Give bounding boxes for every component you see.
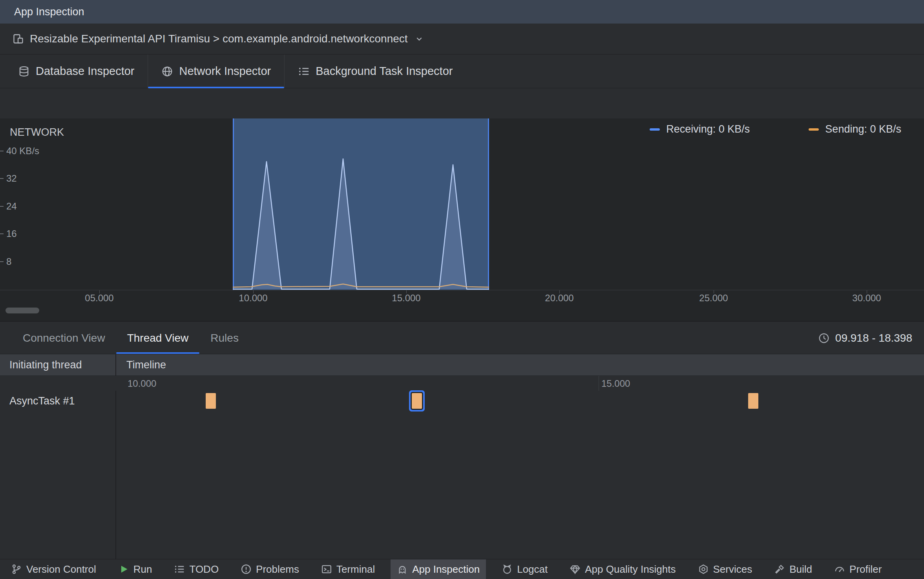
tab-label: Thread View	[127, 332, 189, 344]
x-tick-label: 10.000	[239, 293, 267, 304]
tab-label: Background Task Inspector	[316, 65, 453, 78]
tool-window-button-todo[interactable]: TODO	[168, 559, 225, 579]
ruler-tick-label: 15.000	[601, 378, 630, 389]
clock-icon	[818, 332, 830, 344]
tool-window-button-app-quality-insights[interactable]: App Quality Insights	[563, 559, 682, 579]
tool-window-label: Logcat	[517, 563, 548, 575]
build-icon	[774, 564, 785, 575]
detail-tab-bar: Connection View Thread View Rules 09.918…	[0, 322, 924, 354]
problems-icon	[241, 564, 252, 575]
checklist-icon	[298, 66, 310, 77]
tool-window-button-problems[interactable]: Problems	[234, 559, 305, 579]
chevron-down-icon[interactable]	[414, 34, 424, 44]
tab-network-inspector[interactable]: Network Inspector	[148, 55, 284, 88]
app-inspection-window: App Inspection Resizable Experimental AP…	[0, 0, 924, 579]
tool-window-button-profiler[interactable]: Profiler	[828, 559, 888, 579]
y-tick	[0, 151, 4, 151]
panel-title-label: App Inspection	[14, 6, 84, 18]
x-tick-label: 25.000	[699, 293, 728, 304]
legend-receiving: Receiving: 0 KB/s	[650, 123, 750, 135]
legend-receiving-label: Receiving: 0 KB/s	[666, 123, 750, 135]
y-tick-label: 24	[6, 201, 17, 212]
network-traffic-series	[0, 118, 924, 290]
timeline-ruler: 10.000 15.000	[0, 376, 924, 391]
process-selector[interactable]: Resizable Experimental API Tiramisu > co…	[0, 24, 924, 55]
chart-horizontal-scrollbar[interactable]	[5, 308, 39, 313]
tab-label: Connection View	[23, 332, 105, 344]
tab-rules[interactable]: Rules	[199, 322, 250, 354]
gem-icon	[570, 564, 581, 575]
tool-window-button-logcat[interactable]: Logcat	[495, 559, 554, 579]
receiving-swatch-icon	[650, 128, 660, 131]
tab-label: Database Inspector	[36, 65, 134, 78]
y-tick	[0, 261, 4, 262]
tool-window-label: App Inspection	[412, 563, 480, 575]
network-request-event[interactable]	[206, 393, 216, 409]
database-icon	[18, 66, 30, 77]
chart-legend: Receiving: 0 KB/s Sending: 0 KB/s	[650, 123, 901, 135]
tool-window-button-build[interactable]: Build	[768, 559, 818, 579]
tab-label: Rules	[210, 332, 239, 344]
thread-row-asynctask-1: AsyncTask #1	[0, 391, 924, 411]
logcat-icon	[502, 564, 513, 575]
tool-window-label: Version Control	[26, 563, 96, 575]
y-tick	[0, 233, 4, 234]
network-request-event[interactable]	[748, 393, 758, 409]
ruler-tick-label: 10.000	[128, 378, 156, 389]
tool-window-label: Services	[713, 563, 752, 575]
toolbar-strip	[0, 89, 924, 118]
tool-window-button-app-inspection[interactable]: App Inspection	[391, 559, 486, 579]
todo-icon	[174, 564, 185, 575]
column-initiating-thread: Initiating thread	[0, 359, 116, 371]
y-tick-label: 40 KB/s	[6, 146, 39, 157]
globe-icon	[161, 66, 173, 77]
y-tick-label: 32	[6, 173, 17, 184]
legend-sending-label: Sending: 0 KB/s	[825, 123, 901, 135]
inspector-tab-bar: Database Inspector Network Inspector	[0, 55, 924, 88]
profiler-icon	[834, 564, 845, 575]
tab-label: Network Inspector	[179, 65, 271, 78]
tool-window-label: Profiler	[849, 563, 882, 575]
tool-window-label: Build	[789, 563, 812, 575]
y-tick	[0, 206, 4, 207]
tool-window-label: Run	[133, 563, 152, 575]
x-tick-label: 05.000	[85, 293, 113, 304]
tool-window-label: Problems	[256, 563, 299, 575]
ruler-gridline	[599, 376, 599, 391]
tool-window-button-terminal[interactable]: Terminal	[315, 559, 381, 579]
selected-time-range: 09.918 - 18.398	[818, 322, 912, 354]
x-axis-line	[0, 290, 924, 290]
tool-window-button-run[interactable]: Run	[112, 559, 159, 579]
tool-window-button-version-control[interactable]: Version Control	[5, 559, 102, 579]
device-icon	[13, 33, 24, 44]
tab-background-task-inspector[interactable]: Background Task Inspector	[284, 55, 466, 88]
tool-window-button-services[interactable]: Services	[692, 559, 759, 579]
tool-window-label: App Quality Insights	[585, 563, 676, 575]
tab-connection-view[interactable]: Connection View	[12, 322, 116, 354]
tool-window-label: Terminal	[336, 563, 375, 575]
y-tick	[0, 178, 4, 179]
tab-thread-view[interactable]: Thread View	[116, 322, 200, 354]
x-tick-label: 30.000	[852, 293, 881, 304]
thread-table-header: Initiating thread Timeline	[0, 354, 924, 376]
column-timeline: Timeline	[116, 359, 166, 371]
process-selector-label: Resizable Experimental API Tiramisu > co…	[30, 33, 408, 45]
x-tick-label: 20.000	[545, 293, 573, 304]
thread-name: AsyncTask #1	[9, 391, 75, 411]
tab-database-inspector[interactable]: Database Inspector	[5, 55, 148, 88]
services-icon	[698, 564, 709, 575]
run-icon	[118, 564, 129, 575]
branch-icon	[11, 564, 22, 575]
tool-window-bar: Version Control Run TODO	[0, 559, 924, 579]
tool-window-label: TODO	[189, 563, 219, 575]
y-tick-label: 16	[6, 228, 17, 239]
panel-title: App Inspection	[0, 0, 924, 24]
terminal-icon	[321, 564, 332, 575]
sending-swatch-icon	[809, 128, 819, 131]
time-range-label: 09.918 - 18.398	[835, 332, 912, 344]
network-request-event-selected[interactable]	[412, 393, 422, 409]
legend-sending: Sending: 0 KB/s	[809, 123, 901, 135]
chart-title: NETWORK	[10, 126, 64, 138]
app-inspection-icon	[397, 564, 408, 575]
y-tick-label: 8	[6, 256, 11, 267]
